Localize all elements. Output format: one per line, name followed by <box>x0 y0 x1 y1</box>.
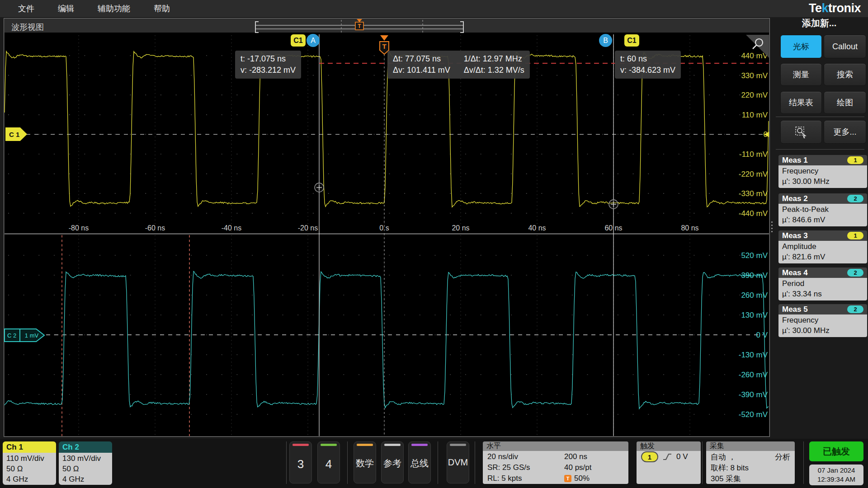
channel2-position-tag[interactable]: C 2 1 mV <box>4 328 46 343</box>
zoom-select-button[interactable] <box>780 120 822 144</box>
channel3-button[interactable]: 3 <box>289 441 312 483</box>
channel2-bandwidth: 4 GHz <box>62 474 108 484</box>
separator <box>803 441 804 484</box>
cursor-a-line-handle[interactable] <box>315 183 324 192</box>
delta-v-over-delta-t: Δv/Δt: 1.32 MV/s <box>464 65 524 76</box>
channel1-bandwidth: 4 GHz <box>6 474 52 484</box>
sample-rate: SR: 25 GS/s <box>487 463 564 472</box>
channel1-badge-card[interactable]: Ch 1 110 mV/div 50 Ω 4 GHz <box>3 441 56 485</box>
trigger-source-badge: 1 <box>641 451 658 462</box>
x-axis-label: 40 ns <box>528 224 546 232</box>
measurement-source-badge: 2 <box>847 269 863 277</box>
c2-axis-label: 130 mV <box>741 311 768 319</box>
acquisition-panel-title: 采集 <box>706 441 795 451</box>
measure-button[interactable]: 测量 <box>780 63 822 86</box>
dvm-button[interactable]: DVM <box>447 441 469 483</box>
c2-axis-label: 260 mV <box>741 291 768 300</box>
menu-bar: 文件 编辑 辅助功能 帮助 Tektronix <box>0 0 868 17</box>
separator <box>286 441 287 484</box>
sidebar-separator <box>776 117 864 117</box>
menu-file[interactable]: 文件 <box>13 3 40 14</box>
measurement-card-5[interactable]: Meas 52Frequencyµ': 30.00 MHz <box>778 304 867 337</box>
cursor-a-badge[interactable]: A <box>307 34 320 47</box>
acquisition-sampling: 取样: 8 bits <box>711 462 790 473</box>
menu-help[interactable]: 帮助 <box>148 3 175 14</box>
measurement-source-badge: 1 <box>847 232 863 239</box>
c2-axis-label: 390 mV <box>741 271 768 280</box>
c1-axis-label: -110 mV <box>739 150 768 159</box>
x-axis-label: -80 ns <box>69 224 89 232</box>
measurement-value: µ': 30.00 MHz <box>782 325 863 336</box>
acquisition-panel[interactable]: 采集 自动 ，分析 取样: 8 bits 305 采集 <box>706 441 795 484</box>
horizontal-window: 200 ns <box>564 452 587 461</box>
waveform-display[interactable]: -80 ns-60 ns-40 ns-20 ns0 s20 ns40 ns60 … <box>4 18 770 437</box>
results-table-button[interactable]: 结果表 <box>780 91 822 114</box>
c2-axis-label: -390 mV <box>739 390 768 399</box>
channel2-scale: 130 mV/div <box>62 453 108 464</box>
c1-axis-label: 330 mV <box>741 71 768 80</box>
channel-color-stripe <box>411 444 428 446</box>
c1-axis-label: -220 mV <box>739 170 768 178</box>
cursor-a-channel-badge[interactable]: C1 <box>291 34 306 47</box>
cursor-b-line-handle[interactable] <box>609 200 618 209</box>
channel-color-stripe <box>450 444 466 446</box>
c1-axis-label: 440 mV <box>741 52 768 60</box>
menu-utility[interactable]: 辅助功能 <box>92 3 136 14</box>
measurement-value: µ': 821.6 mV <box>782 252 863 262</box>
bus-button[interactable]: 总线 <box>408 441 431 483</box>
callout-button[interactable]: Callout <box>824 35 866 58</box>
cursor-b-channel-badge[interactable]: C1 <box>624 34 639 47</box>
measurement-source-badge: 2 <box>847 305 863 313</box>
cursor-b-badge[interactable]: B <box>599 34 612 47</box>
panel-resize-handle[interactable] <box>771 221 773 232</box>
measurement-type: Frequency <box>782 166 863 176</box>
horizontal-position-minimap[interactable]: T <box>255 19 463 33</box>
sidebar-separator-2 <box>776 149 864 150</box>
c1-axis-label: -330 mV <box>739 189 768 198</box>
search-button[interactable]: 搜索 <box>824 63 866 86</box>
separator <box>475 441 475 484</box>
acquisition-analyze: 分析 <box>775 452 790 462</box>
horizontal-panel-title: 水平 <box>483 441 628 451</box>
x-axis-label: -60 ns <box>145 224 165 232</box>
trigger-panel[interactable]: 触发 1 0 V <box>637 441 701 484</box>
channel2-badge-card[interactable]: Ch 2 130 mV/div 50 Ω 4 GHz <box>59 441 112 485</box>
measurement-source-badge: 1 <box>847 156 863 164</box>
measurement-card-3[interactable]: Meas 31Amplitudeµ': 821.6 mV <box>778 230 867 263</box>
measurement-value: µ': 33.34 ns <box>782 289 863 299</box>
measurement-type: Period <box>782 278 863 289</box>
zoom-select-icon <box>794 126 808 138</box>
add-new-title: 添加新... <box>774 17 864 29</box>
channel4-button[interactable]: 4 <box>317 441 340 483</box>
channel-button-label: 数学 <box>354 457 376 469</box>
delta-t: Δt: 77.075 ns <box>393 53 450 65</box>
horizontal-scale: 20 ns/div <box>487 452 564 461</box>
horizontal-panel[interactable]: 水平 20 ns/div200 ns SR: 25 GS/s40 ps/pt R… <box>483 441 628 484</box>
cursor-b-time: t: 60 ns <box>620 53 675 65</box>
c1-axis-label: 220 mV <box>741 91 768 99</box>
math-button[interactable]: 数学 <box>354 441 376 483</box>
time-text: 12:39:34 AM <box>817 475 855 484</box>
separator <box>702 441 703 484</box>
measurement-card-1[interactable]: Meas 11Frequencyµ': 30.00 MHz <box>778 155 867 188</box>
inverse-delta-t: 1/Δt: 12.97 MHz <box>464 53 524 65</box>
tektronix-logo: Tektronix <box>809 1 861 15</box>
rising-edge-icon <box>662 452 672 461</box>
more-button[interactable]: 更多... <box>824 120 866 144</box>
cursor-b-readout: t: 60 ns v: -384.623 mV <box>615 51 681 79</box>
measurement-source-badge: 2 <box>847 195 863 202</box>
bottom-bar: Ch 1 110 mV/div 50 Ω 4 GHz Ch 2 130 mV/d… <box>0 439 868 488</box>
channel-button-label: 4 <box>318 457 340 471</box>
channel1-card-title: Ch 1 <box>3 441 56 453</box>
measurement-card-4[interactable]: Meas 42Periodµ': 33.34 ns <box>778 267 867 300</box>
c2-axis-label: -520 mV <box>739 410 768 419</box>
measurement-card-2[interactable]: Meas 22Peak-to-Peakµ': 846.6 mV <box>778 193 867 226</box>
measurement-name: Meas 5 <box>782 305 808 314</box>
cursor-b-voltage: v: -384.623 mV <box>620 65 675 76</box>
triggered-status: 已触发 <box>809 441 863 461</box>
trigger-position-percent: 50% <box>574 474 590 483</box>
reference-button[interactable]: 参考 <box>381 441 404 483</box>
menu-edit[interactable]: 编辑 <box>52 3 80 14</box>
plot-button[interactable]: 绘图 <box>824 91 866 114</box>
cursors-button[interactable]: 光标 <box>780 35 822 58</box>
